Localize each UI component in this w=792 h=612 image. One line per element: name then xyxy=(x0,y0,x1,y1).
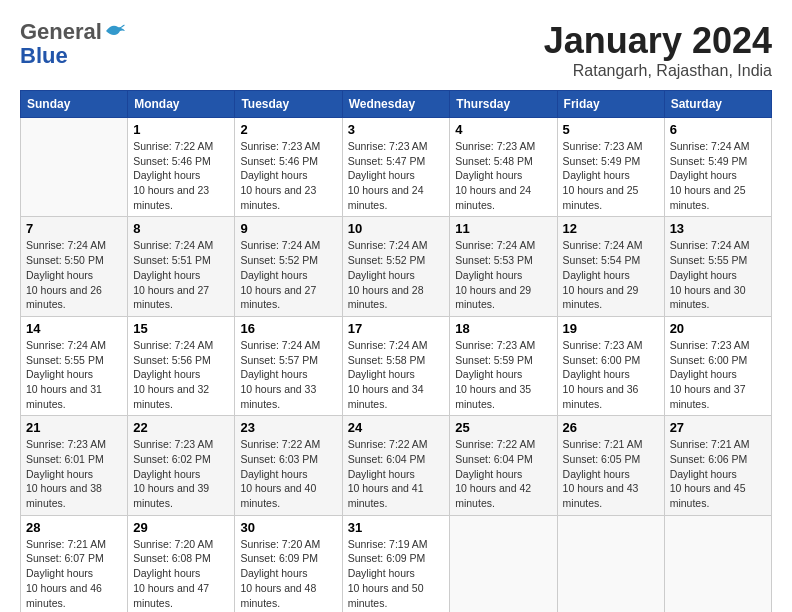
day-info: Sunrise: 7:22 AMSunset: 6:03 PMDaylight … xyxy=(240,437,336,510)
day-info: Sunrise: 7:23 AMSunset: 6:02 PMDaylight … xyxy=(133,437,229,510)
day-info: Sunrise: 7:21 AMSunset: 6:07 PMDaylight … xyxy=(26,537,122,610)
header: General Blue January 2024 Ratangarh, Raj… xyxy=(20,20,772,80)
day-info: Sunrise: 7:23 AMSunset: 6:00 PMDaylight … xyxy=(670,338,766,411)
calendar-cell xyxy=(450,515,557,612)
calendar-body: 1Sunrise: 7:22 AMSunset: 5:46 PMDaylight… xyxy=(21,118,772,613)
calendar-cell: 20Sunrise: 7:23 AMSunset: 6:00 PMDayligh… xyxy=(664,316,771,415)
day-number: 15 xyxy=(133,321,229,336)
calendar-cell: 27Sunrise: 7:21 AMSunset: 6:06 PMDayligh… xyxy=(664,416,771,515)
calendar-cell xyxy=(664,515,771,612)
day-info: Sunrise: 7:24 AMSunset: 5:56 PMDaylight … xyxy=(133,338,229,411)
title-area: January 2024 Ratangarh, Rajasthan, India xyxy=(544,20,772,80)
calendar-cell xyxy=(557,515,664,612)
calendar-cell: 18Sunrise: 7:23 AMSunset: 5:59 PMDayligh… xyxy=(450,316,557,415)
day-info: Sunrise: 7:22 AMSunset: 6:04 PMDaylight … xyxy=(455,437,551,510)
calendar-cell: 31Sunrise: 7:19 AMSunset: 6:09 PMDayligh… xyxy=(342,515,450,612)
day-info: Sunrise: 7:23 AMSunset: 6:01 PMDaylight … xyxy=(26,437,122,510)
day-info: Sunrise: 7:24 AMSunset: 5:58 PMDaylight … xyxy=(348,338,445,411)
calendar-week-5: 28Sunrise: 7:21 AMSunset: 6:07 PMDayligh… xyxy=(21,515,772,612)
day-info: Sunrise: 7:22 AMSunset: 5:46 PMDaylight … xyxy=(133,139,229,212)
calendar-cell: 3Sunrise: 7:23 AMSunset: 5:47 PMDaylight… xyxy=(342,118,450,217)
day-number: 23 xyxy=(240,420,336,435)
day-info: Sunrise: 7:23 AMSunset: 5:46 PMDaylight … xyxy=(240,139,336,212)
day-number: 28 xyxy=(26,520,122,535)
day-info: Sunrise: 7:24 AMSunset: 5:55 PMDaylight … xyxy=(670,238,766,311)
day-info: Sunrise: 7:19 AMSunset: 6:09 PMDaylight … xyxy=(348,537,445,610)
calendar-week-3: 14Sunrise: 7:24 AMSunset: 5:55 PMDayligh… xyxy=(21,316,772,415)
calendar-cell: 21Sunrise: 7:23 AMSunset: 6:01 PMDayligh… xyxy=(21,416,128,515)
logo-general-text: General xyxy=(20,20,102,44)
calendar-cell: 8Sunrise: 7:24 AMSunset: 5:51 PMDaylight… xyxy=(128,217,235,316)
calendar-cell: 23Sunrise: 7:22 AMSunset: 6:03 PMDayligh… xyxy=(235,416,342,515)
calendar-cell: 11Sunrise: 7:24 AMSunset: 5:53 PMDayligh… xyxy=(450,217,557,316)
calendar-cell: 16Sunrise: 7:24 AMSunset: 5:57 PMDayligh… xyxy=(235,316,342,415)
day-info: Sunrise: 7:22 AMSunset: 6:04 PMDaylight … xyxy=(348,437,445,510)
day-number: 30 xyxy=(240,520,336,535)
calendar-cell: 1Sunrise: 7:22 AMSunset: 5:46 PMDaylight… xyxy=(128,118,235,217)
calendar-cell: 29Sunrise: 7:20 AMSunset: 6:08 PMDayligh… xyxy=(128,515,235,612)
logo: General Blue xyxy=(20,20,126,68)
calendar-cell: 12Sunrise: 7:24 AMSunset: 5:54 PMDayligh… xyxy=(557,217,664,316)
calendar-cell: 4Sunrise: 7:23 AMSunset: 5:48 PMDaylight… xyxy=(450,118,557,217)
day-number: 20 xyxy=(670,321,766,336)
day-number: 17 xyxy=(348,321,445,336)
day-number: 21 xyxy=(26,420,122,435)
calendar-header: SundayMondayTuesdayWednesdayThursdayFrid… xyxy=(21,91,772,118)
calendar-cell: 13Sunrise: 7:24 AMSunset: 5:55 PMDayligh… xyxy=(664,217,771,316)
day-info: Sunrise: 7:23 AMSunset: 5:59 PMDaylight … xyxy=(455,338,551,411)
day-info: Sunrise: 7:24 AMSunset: 5:55 PMDaylight … xyxy=(26,338,122,411)
calendar-cell: 24Sunrise: 7:22 AMSunset: 6:04 PMDayligh… xyxy=(342,416,450,515)
day-number: 22 xyxy=(133,420,229,435)
calendar-cell: 9Sunrise: 7:24 AMSunset: 5:52 PMDaylight… xyxy=(235,217,342,316)
calendar-week-2: 7Sunrise: 7:24 AMSunset: 5:50 PMDaylight… xyxy=(21,217,772,316)
day-number: 2 xyxy=(240,122,336,137)
day-number: 7 xyxy=(26,221,122,236)
day-info: Sunrise: 7:23 AMSunset: 5:47 PMDaylight … xyxy=(348,139,445,212)
calendar-cell: 6Sunrise: 7:24 AMSunset: 5:49 PMDaylight… xyxy=(664,118,771,217)
day-number: 27 xyxy=(670,420,766,435)
day-info: Sunrise: 7:21 AMSunset: 6:06 PMDaylight … xyxy=(670,437,766,510)
calendar-cell: 15Sunrise: 7:24 AMSunset: 5:56 PMDayligh… xyxy=(128,316,235,415)
weekday-header-monday: Monday xyxy=(128,91,235,118)
month-title: January 2024 xyxy=(544,20,772,62)
weekday-header-row: SundayMondayTuesdayWednesdayThursdayFrid… xyxy=(21,91,772,118)
calendar-table: SundayMondayTuesdayWednesdayThursdayFrid… xyxy=(20,90,772,612)
day-info: Sunrise: 7:24 AMSunset: 5:49 PMDaylight … xyxy=(670,139,766,212)
day-number: 6 xyxy=(670,122,766,137)
day-info: Sunrise: 7:24 AMSunset: 5:54 PMDaylight … xyxy=(563,238,659,311)
day-number: 25 xyxy=(455,420,551,435)
calendar-cell: 14Sunrise: 7:24 AMSunset: 5:55 PMDayligh… xyxy=(21,316,128,415)
weekday-header-sunday: Sunday xyxy=(21,91,128,118)
day-number: 8 xyxy=(133,221,229,236)
weekday-header-thursday: Thursday xyxy=(450,91,557,118)
day-info: Sunrise: 7:20 AMSunset: 6:09 PMDaylight … xyxy=(240,537,336,610)
calendar-week-4: 21Sunrise: 7:23 AMSunset: 6:01 PMDayligh… xyxy=(21,416,772,515)
weekday-header-wednesday: Wednesday xyxy=(342,91,450,118)
day-info: Sunrise: 7:24 AMSunset: 5:53 PMDaylight … xyxy=(455,238,551,311)
calendar-cell: 17Sunrise: 7:24 AMSunset: 5:58 PMDayligh… xyxy=(342,316,450,415)
day-number: 4 xyxy=(455,122,551,137)
day-number: 29 xyxy=(133,520,229,535)
calendar-week-1: 1Sunrise: 7:22 AMSunset: 5:46 PMDaylight… xyxy=(21,118,772,217)
day-number: 5 xyxy=(563,122,659,137)
calendar-cell: 28Sunrise: 7:21 AMSunset: 6:07 PMDayligh… xyxy=(21,515,128,612)
day-info: Sunrise: 7:23 AMSunset: 5:48 PMDaylight … xyxy=(455,139,551,212)
day-number: 1 xyxy=(133,122,229,137)
day-info: Sunrise: 7:24 AMSunset: 5:50 PMDaylight … xyxy=(26,238,122,311)
day-number: 14 xyxy=(26,321,122,336)
weekday-header-saturday: Saturday xyxy=(664,91,771,118)
day-info: Sunrise: 7:23 AMSunset: 6:00 PMDaylight … xyxy=(563,338,659,411)
calendar-cell: 10Sunrise: 7:24 AMSunset: 5:52 PMDayligh… xyxy=(342,217,450,316)
day-number: 19 xyxy=(563,321,659,336)
day-number: 9 xyxy=(240,221,336,236)
logo-bird-icon xyxy=(104,21,126,39)
day-info: Sunrise: 7:21 AMSunset: 6:05 PMDaylight … xyxy=(563,437,659,510)
day-info: Sunrise: 7:20 AMSunset: 6:08 PMDaylight … xyxy=(133,537,229,610)
day-number: 18 xyxy=(455,321,551,336)
day-info: Sunrise: 7:24 AMSunset: 5:52 PMDaylight … xyxy=(240,238,336,311)
calendar-cell xyxy=(21,118,128,217)
location: Ratangarh, Rajasthan, India xyxy=(544,62,772,80)
calendar-cell: 5Sunrise: 7:23 AMSunset: 5:49 PMDaylight… xyxy=(557,118,664,217)
day-number: 26 xyxy=(563,420,659,435)
day-number: 24 xyxy=(348,420,445,435)
